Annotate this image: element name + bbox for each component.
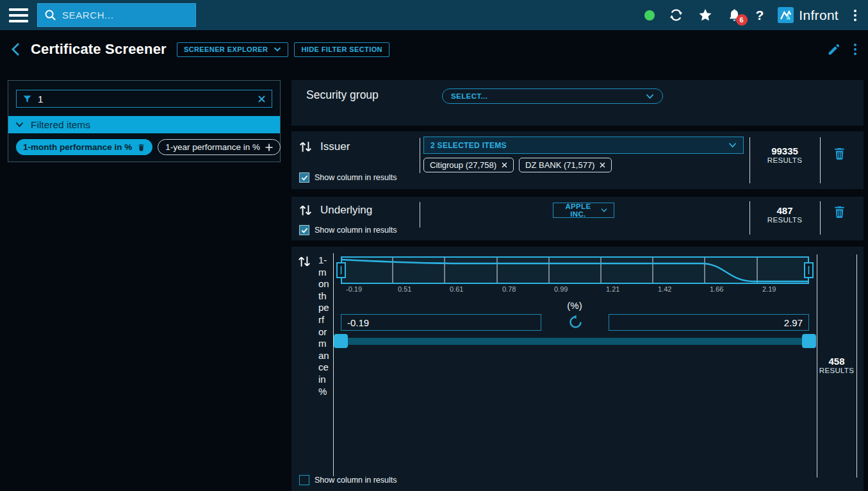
issuer-dropdown-label: 2 SELECTED ITEMS [430,141,728,150]
issuer-delete-button[interactable] [832,146,847,164]
hide-filter-section-button[interactable]: HIDE FILTER SECTION [294,42,389,57]
tick-label: 0.51 [398,285,411,293]
chevron-down-icon [15,122,24,128]
screener-explorer-dropdown[interactable]: SCREENER EXPLORER [177,42,289,57]
search-icon [44,9,56,21]
infront-logo: Infront [778,7,839,23]
favorites-star-icon[interactable] [698,8,713,23]
issuer-chip-dzbank[interactable]: DZ BANK (71,577) [519,158,612,172]
divider [856,254,857,478]
security-group-section: Security group SELECT... [291,80,864,126]
chevron-down-icon [646,94,654,99]
results-count: 458 [815,356,858,367]
reset-range-icon[interactable] [567,313,584,330]
chip-label: 1-year performance in % [165,142,260,152]
remove-icon[interactable] [502,162,507,168]
search-input[interactable] [62,10,190,21]
checkbox-checked-icon[interactable] [299,172,309,183]
performance-label: 1-month performance in % [318,254,329,397]
plus-icon[interactable] [265,144,273,151]
divider [420,138,420,173]
checkbox-unchecked-icon[interactable] [299,475,309,485]
search-box[interactable] [37,3,196,27]
issuer-label: Issuer [320,140,350,153]
menu-icon[interactable] [9,8,28,22]
underlying-dropdown[interactable]: APPLE INC. [553,203,614,218]
underlying-label: Underlying [320,204,372,217]
hide-filter-label: HIDE FILTER SECTION [301,46,382,53]
security-group-select[interactable]: SELECT... [442,88,663,104]
results-label: RESULTS [815,367,858,374]
underlying-delete-button[interactable] [832,204,847,222]
chevron-down-icon [274,47,281,52]
chip-1-month-performance[interactable]: 1-month performance in % [16,139,152,155]
checkbox-checked-icon[interactable] [299,225,309,235]
topbar: 6 ? Infront [0,0,868,30]
app-window: 6 ? Infront Certificate Screener SCREENE… [0,0,868,491]
security-group-label: Security group [306,88,379,102]
select-placeholder: SELECT... [451,92,646,100]
underlying-show-column-toggle[interactable]: Show column in results [299,225,397,235]
filter-input[interactable] [38,94,252,104]
chip-1-year-performance[interactable]: 1-year performance in % [158,139,281,155]
performance-results: 458 RESULTS [815,356,858,374]
chevron-down-icon [728,142,737,148]
underlying-dropdown-label: APPLE INC. [560,203,596,218]
histogram-axis-ticks: -0.19 0.51 0.61 0.78 0.99 1.21 1.42 1.66… [341,285,809,294]
filtered-items-label: Filtered items [31,119,90,131]
range-slider-track[interactable] [341,338,809,345]
filter-funnel-icon [22,94,32,104]
help-icon[interactable]: ? [756,8,764,23]
notifications-bell-icon[interactable]: 6 [727,8,742,22]
filter-sidebar: Filtered items 1-month performance in % … [8,80,281,162]
remove-icon[interactable] [600,162,605,168]
trash-icon[interactable] [137,143,145,152]
results-count: 487 [750,205,819,216]
infront-logo-mark [778,7,794,23]
page-title: Certificate Screener [31,41,167,58]
issuer-dropdown[interactable]: 2 SELECTED ITEMS [423,137,744,154]
notification-badge: 6 [736,14,748,26]
screener-explorer-label: SCREENER EXPLORER [184,46,268,53]
page-header: Certificate Screener SCREENER EXPLORER H… [0,30,868,69]
chip-label: Citigroup (27,758) [430,160,496,170]
sort-icon[interactable] [298,254,311,271]
underlying-results: 487 RESULTS [750,205,819,224]
underlying-filter-section: Underlying APPLE INC. Show column in res… [291,197,864,240]
issuer-chip-citigroup[interactable]: Citigroup (27,758) [423,158,514,172]
tick-label: 0.78 [502,285,516,293]
tick-label: 0.61 [450,285,463,293]
refresh-icon[interactable] [669,8,684,22]
show-column-label: Show column in results [315,173,397,182]
issuer-results: 99335 RESULTS [750,146,819,164]
tick-label: 1.66 [710,285,723,293]
slider-handle-min[interactable] [334,334,348,348]
issuer-show-column-toggle[interactable]: Show column in results [299,172,397,183]
results-label: RESULTS [750,216,819,224]
brush-left-handle [337,263,345,278]
chevron-down-icon [601,208,607,213]
slider-handle-max[interactable] [802,334,816,348]
filter-chip-row: 1-month performance in % 1-year performa… [16,139,272,155]
clear-filter-icon[interactable] [258,95,266,103]
filtered-items-header[interactable]: Filtered items [8,116,280,133]
performance-filter-section: 1-month performance in % [291,247,864,491]
back-button[interactable] [10,42,20,57]
brand-name: Infront [799,8,839,23]
sort-icon[interactable] [299,140,312,156]
topbar-overflow-menu-icon[interactable] [853,8,858,22]
edit-pencil-icon[interactable] [827,42,841,56]
divider [820,137,821,183]
tick-label: 1.42 [658,285,671,293]
range-max-input[interactable] [609,314,809,331]
tick-label: 0.99 [554,285,568,293]
results-label: RESULTS [750,156,819,164]
performance-show-column-toggle[interactable]: Show column in results [299,475,397,485]
filter-search-box[interactable] [16,90,272,108]
performance-histogram[interactable] [341,256,809,284]
results-count: 99335 [750,146,819,156]
issuer-filter-section: Issuer 2 SELECTED ITEMS Citigroup (27,75… [291,131,864,189]
sort-icon[interactable] [299,203,312,220]
page-overflow-menu-icon[interactable] [853,42,858,56]
range-min-input[interactable] [341,314,541,331]
